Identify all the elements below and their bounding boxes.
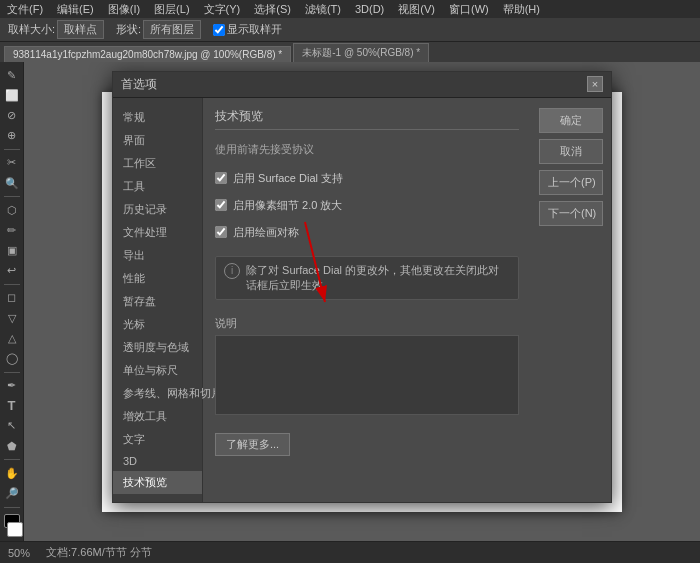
menu-3d[interactable]: 3D(D)	[352, 3, 387, 15]
checkbox-pixel-detail-input[interactable]	[215, 199, 227, 211]
tool-brush[interactable]: ✏	[2, 221, 22, 239]
menu-window[interactable]: 窗口(W)	[446, 2, 492, 17]
menu-text[interactable]: 文字(Y)	[201, 2, 244, 17]
tab-file2[interactable]: 未标题-1 @ 50%(RGB/8) *	[293, 43, 429, 62]
checkbox-surface-dial-input[interactable]	[215, 172, 227, 184]
dialog-close-button[interactable]: ×	[587, 76, 603, 92]
ok-button[interactable]: 确定	[539, 108, 603, 133]
tool-divider-6	[4, 507, 20, 508]
toolbar-shape-value[interactable]: 所有图层	[143, 20, 201, 39]
tool-gradient[interactable]: ▽	[2, 309, 22, 327]
tool-move[interactable]: ✎	[2, 66, 22, 84]
cancel-button[interactable]: 取消	[539, 139, 603, 164]
menubar: 文件(F) 编辑(E) 图像(I) 图层(L) 文字(Y) 选择(S) 滤镜(T…	[0, 0, 700, 18]
nav-tools[interactable]: 工具	[113, 175, 202, 198]
tool-divider-4	[4, 372, 20, 373]
dialog-title: 首选项	[121, 76, 157, 93]
nav-cursor[interactable]: 光标	[113, 313, 202, 336]
next-button[interactable]: 下一个(N)	[539, 201, 603, 226]
tool-divider-3	[4, 284, 20, 285]
preferences-dialog: 首选项 × 常规 界面 工作区 工具 历史记录 文件处理 导出 性能	[112, 71, 612, 503]
tool-divider-2	[4, 196, 20, 197]
menu-view[interactable]: 视图(V)	[395, 2, 438, 17]
nav-interface[interactable]: 界面	[113, 129, 202, 152]
menu-filter[interactable]: 滤镜(T)	[302, 2, 344, 17]
tool-crop[interactable]: ✂	[2, 154, 22, 172]
nav-guides[interactable]: 参考线、网格和切片	[113, 382, 202, 405]
nav-scratch[interactable]: 暂存盘	[113, 290, 202, 313]
dialog-buttons: 确定 取消 上一个(P) 下一个(N)	[531, 98, 611, 502]
tool-clone[interactable]: ▣	[2, 241, 22, 259]
nav-units[interactable]: 单位与标尺	[113, 359, 202, 382]
left-toolbar: ✎ ⬜ ⊘ ⊕ ✂ 🔍 ⬡ ✏ ▣ ↩ ◻ ▽ △ ◯ ✒ T ↖ ⬟ ✋ 🔎	[0, 62, 24, 541]
checkbox-paint-symmetry-label: 启用绘画对称	[233, 225, 299, 240]
nav-transparency[interactable]: 透明度与色域	[113, 336, 202, 359]
checkbox-pixel-detail: 启用像素细节 2.0 放大	[215, 198, 519, 213]
nav-tech-preview[interactable]: 技术预览	[113, 471, 202, 494]
toolbar-sample-size-value[interactable]: 取样点	[57, 20, 104, 39]
toolbar-show-sample[interactable]: 显示取样开	[209, 20, 286, 39]
menu-edit[interactable]: 编辑(E)	[54, 2, 97, 17]
tool-divider-1	[4, 149, 20, 150]
tabbar: 938114a1y1fcpzhm2aug20m80ch78w.jpg @ 100…	[0, 42, 700, 62]
tool-lasso[interactable]: ⊘	[2, 106, 22, 124]
dialog-content: 技术预览 使用前请先接受协议 启用 Surface Dial 支持 启用像素细节…	[203, 98, 531, 502]
tool-path-select[interactable]: ↖	[2, 417, 22, 435]
menu-image[interactable]: 图像(I)	[105, 2, 143, 17]
nav-3d[interactable]: 3D	[113, 451, 202, 471]
checkbox-paint-symmetry: 启用绘画对称	[215, 225, 519, 240]
desc-label: 说明	[215, 316, 519, 331]
main-area: ✎ ⬜ ⊘ ⊕ ✂ 🔍 ⬡ ✏ ▣ ↩ ◻ ▽ △ ◯ ✒ T ↖ ⬟ ✋ 🔎	[0, 62, 700, 541]
menu-file[interactable]: 文件(F)	[4, 2, 46, 17]
dialog-overlay: 首选项 × 常规 界面 工作区 工具 历史记录 文件处理 导出 性能	[24, 62, 700, 541]
menu-select[interactable]: 选择(S)	[251, 2, 294, 17]
prev-button[interactable]: 上一个(P)	[539, 170, 603, 195]
tool-pen[interactable]: ✒	[2, 376, 22, 394]
tool-text[interactable]: T	[2, 397, 22, 415]
doc-info: 文档:7.66M/节节 分节	[46, 545, 152, 560]
tool-magic-wand[interactable]: ⊕	[2, 127, 22, 145]
toolbar: 取样大小: 取样点 形状: 所有图层 显示取样开	[0, 18, 700, 42]
nav-plugins[interactable]: 增效工具	[113, 405, 202, 428]
learn-more-button[interactable]: 了解更多...	[215, 433, 290, 456]
tool-shape[interactable]: ⬟	[2, 437, 22, 455]
tool-eraser[interactable]: ◻	[2, 289, 22, 307]
nav-file-handling[interactable]: 文件处理	[113, 221, 202, 244]
zoom-level: 50%	[8, 547, 30, 559]
tool-eyedrop[interactable]: 🔍	[2, 174, 22, 192]
dialog-titlebar: 首选项 ×	[113, 72, 611, 98]
tool-divider-5	[4, 459, 20, 460]
subsection-label: 使用前请先接受协议	[215, 142, 519, 157]
desc-section: 说明	[215, 316, 519, 415]
nav-performance[interactable]: 性能	[113, 267, 202, 290]
tool-heal[interactable]: ⬡	[2, 201, 22, 219]
learn-more-section: 了解更多...	[215, 433, 519, 456]
tool-dodge[interactable]: ◯	[2, 349, 22, 367]
statusbar: 50% 文档:7.66M/节节 分节	[0, 541, 700, 563]
desc-box	[215, 335, 519, 415]
color-background[interactable]	[7, 522, 23, 537]
toolbar-sample-size-label: 取样大小: 取样点	[4, 18, 108, 41]
nav-type[interactable]: 文字	[113, 428, 202, 451]
tool-select-rect[interactable]: ⬜	[2, 86, 22, 104]
nav-workspace[interactable]: 工作区	[113, 152, 202, 175]
checkbox-surface-dial-label: 启用 Surface Dial 支持	[233, 171, 343, 186]
tab-file1[interactable]: 938114a1y1fcpzhm2aug20m80ch78w.jpg @ 100…	[4, 46, 291, 62]
info-text: 除了对 Surface Dial 的更改外，其他更改在关闭此对话框后立即生效	[246, 263, 510, 294]
tool-zoom[interactable]: 🔎	[2, 484, 22, 502]
tool-hand[interactable]: ✋	[2, 464, 22, 482]
info-icon: i	[224, 263, 240, 279]
canvas-area: 首选项 × 常规 界面 工作区 工具 历史记录 文件处理 导出 性能	[24, 62, 700, 541]
menu-layer[interactable]: 图层(L)	[151, 2, 192, 17]
section-title: 技术预览	[215, 108, 519, 130]
nav-history[interactable]: 历史记录	[113, 198, 202, 221]
menu-help[interactable]: 帮助(H)	[500, 2, 543, 17]
toolbar-shape-label: 形状: 所有图层	[112, 18, 205, 41]
nav-export[interactable]: 导出	[113, 244, 202, 267]
tool-history-brush[interactable]: ↩	[2, 262, 22, 280]
checkbox-surface-dial: 启用 Surface Dial 支持	[215, 171, 519, 186]
tool-blur[interactable]: △	[2, 329, 22, 347]
dialog-body: 常规 界面 工作区 工具 历史记录 文件处理 导出 性能 暂存盘 光标 透明度与…	[113, 98, 611, 502]
checkbox-paint-symmetry-input[interactable]	[215, 226, 227, 238]
nav-general[interactable]: 常规	[113, 106, 202, 129]
